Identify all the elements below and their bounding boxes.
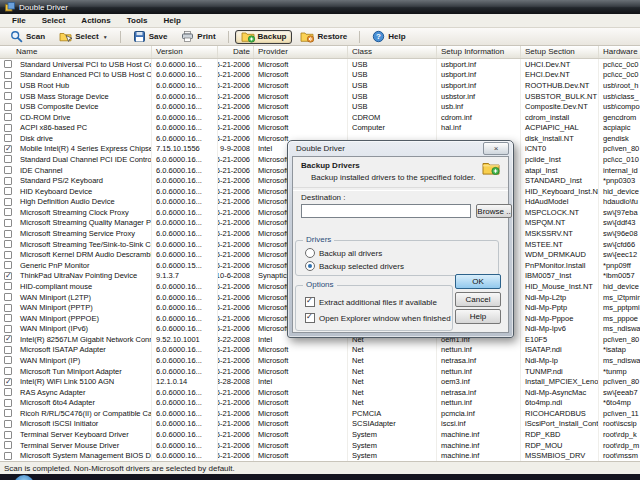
- row-checkbox[interactable]: [4, 293, 12, 301]
- cell-hardware: sw\{eeab7: [599, 387, 640, 398]
- column-header-version[interactable]: Version: [152, 46, 218, 58]
- row-checkbox[interactable]: [4, 103, 12, 111]
- row-checkbox[interactable]: [4, 431, 12, 439]
- menu-item-actions[interactable]: Actions: [75, 15, 116, 26]
- browse-button[interactable]: Browse ..: [476, 204, 512, 218]
- cell-hardware: gendisk: [599, 133, 640, 144]
- row-checkbox[interactable]: [4, 230, 12, 238]
- menu-item-tools[interactable]: Tools: [121, 15, 154, 26]
- table-row[interactable]: Terminal Server Keyboard Driver 6.0.6000…: [0, 429, 640, 440]
- row-checkbox[interactable]: [4, 378, 12, 386]
- print-button[interactable]: Print: [175, 30, 221, 44]
- row-checkbox[interactable]: [4, 113, 12, 121]
- column-header-provider[interactable]: Provider: [254, 46, 348, 58]
- table-row[interactable]: Standard Universal PCI to USB Host Contr…: [0, 59, 640, 70]
- row-checkbox[interactable]: [4, 145, 12, 153]
- row-checkbox[interactable]: [4, 81, 12, 89]
- drivers-group-label: Drivers: [303, 235, 334, 244]
- row-checkbox[interactable]: [4, 367, 12, 375]
- row-checkbox[interactable]: [4, 177, 12, 185]
- row-checkbox[interactable]: [4, 314, 12, 322]
- row-checkbox[interactable]: [4, 187, 12, 195]
- column-header-class[interactable]: Class: [348, 46, 437, 58]
- cell-setup-information: usbport.inf: [437, 59, 521, 70]
- row-checkbox[interactable]: [4, 208, 12, 216]
- table-row[interactable]: Microsoft iSCSI Initiator 6.0.6000.16...…: [0, 419, 640, 430]
- column-header-hardware[interactable]: Hardware: [599, 46, 640, 58]
- column-header-setup-information[interactable]: Setup Information: [437, 46, 521, 58]
- help-button[interactable]: ? Help: [366, 30, 411, 44]
- dialog-close-button[interactable]: ×: [483, 142, 509, 155]
- row-checkbox[interactable]: [4, 282, 12, 290]
- dialog-help-button[interactable]: Help: [455, 309, 501, 324]
- table-row[interactable]: WAN Miniport (IP) 6.0.6000.16... 6-21-20…: [0, 355, 640, 366]
- ok-button[interactable]: OK: [455, 274, 501, 289]
- row-checkbox[interactable]: [4, 325, 12, 333]
- row-checkbox[interactable]: [4, 346, 12, 354]
- table-row[interactable]: USB Mass Storage Device 6.0.6000.16... 6…: [0, 91, 640, 102]
- backup-button[interactable]: Backup: [235, 30, 293, 44]
- row-checkbox[interactable]: [4, 219, 12, 227]
- cell-name: Intel(R) WiFi Link 5100 AGN: [16, 376, 152, 387]
- table-row[interactable]: RAS Async Adapter 6.0.6000.16... 6-21-20…: [0, 387, 640, 398]
- row-checkbox[interactable]: [4, 452, 12, 460]
- column-header-setup-section[interactable]: Setup Section: [521, 46, 599, 58]
- row-checkbox[interactable]: [4, 441, 12, 449]
- radio-backup-selected-drivers[interactable]: Backup selected drivers: [305, 261, 404, 271]
- row-checkbox[interactable]: [4, 166, 12, 174]
- table-row[interactable]: Intel(R) WiFi Link 5100 AGN 12.1.0.14 8-…: [0, 376, 640, 387]
- start-orb[interactable]: [14, 475, 34, 480]
- table-row[interactable]: Ricoh R/RL/5C476(II) or Compatible CardB…: [0, 408, 640, 419]
- row-checkbox[interactable]: [4, 92, 12, 100]
- dialog-titlebar[interactable]: Double Driver ×: [288, 141, 513, 155]
- checkbox-extract-additional-files[interactable]: Extract additional files if available: [305, 297, 437, 307]
- table-row[interactable]: USB Root Hub 6.0.6000.16... 6-21-2006 Mi…: [0, 80, 640, 91]
- menu-item-help[interactable]: Help: [157, 15, 186, 26]
- row-checkbox[interactable]: [4, 240, 12, 248]
- row-checkbox[interactable]: [4, 335, 12, 343]
- cell-name: Microsoft System Management BIOS Driver: [16, 450, 152, 461]
- table-row[interactable]: Microsoft ISATAP Adapter 6.0.6000.16... …: [0, 345, 640, 356]
- row-checkbox[interactable]: [4, 155, 12, 163]
- row-checkbox[interactable]: [4, 388, 12, 396]
- cell-hardware: hid_device: [599, 186, 640, 197]
- column-header-name[interactable]: Name: [0, 46, 152, 58]
- row-checkbox[interactable]: [4, 251, 12, 259]
- titlebar[interactable]: Double Driver: [0, 0, 640, 14]
- scan-button[interactable]: Scan: [4, 30, 51, 44]
- destination-input[interactable]: [301, 204, 471, 218]
- row-checkbox[interactable]: [4, 420, 12, 428]
- row-checkbox[interactable]: [4, 198, 12, 206]
- cell-version: 6.0.6000.16...: [152, 419, 218, 430]
- restore-button[interactable]: Restore: [294, 30, 353, 44]
- table-row[interactable]: Microsoft 6to4 Adapter 6.0.6000.16... 6-…: [0, 398, 640, 409]
- row-checkbox[interactable]: [4, 124, 12, 132]
- table-row[interactable]: CD-ROM Drive 6.0.6000.16... 6-21-2006 Mi…: [0, 112, 640, 123]
- row-checkbox[interactable]: [4, 60, 12, 68]
- table-row[interactable]: Standard Enhanced PCI to USB Host Contro…: [0, 70, 640, 81]
- table-row[interactable]: USB Composite Device 6.0.6000.16... 6-21…: [0, 101, 640, 112]
- table-row[interactable]: Microsoft Tun Miniport Adapter 6.0.6000.…: [0, 366, 640, 377]
- row-checkbox[interactable]: [4, 304, 12, 312]
- select-button[interactable]: Select ▼: [53, 30, 114, 44]
- menu-item-file[interactable]: File: [6, 15, 32, 26]
- save-button[interactable]: Save: [127, 30, 174, 44]
- checkbox-open-explorer[interactable]: Open Explorer window when finished: [305, 313, 451, 323]
- cell-setup-section: RDP_MOU: [521, 440, 599, 451]
- row-checkbox[interactable]: [4, 272, 12, 280]
- row-checkbox[interactable]: [4, 261, 12, 269]
- row-checkbox[interactable]: [4, 399, 12, 407]
- cancel-button[interactable]: Cancel: [455, 292, 501, 307]
- table-row[interactable]: Terminal Server Mouse Driver 6.0.6000.16…: [0, 440, 640, 451]
- radio-backup-all-drivers[interactable]: Backup all drivers: [305, 248, 382, 258]
- row-checkbox[interactable]: [4, 71, 12, 79]
- table-row[interactable]: Microsoft System Management BIOS Driver …: [0, 450, 640, 461]
- row-checkbox[interactable]: [4, 356, 12, 364]
- menu-item-select[interactable]: Select: [36, 15, 72, 26]
- row-checkbox[interactable]: [4, 134, 12, 142]
- row-checkbox[interactable]: [4, 409, 12, 417]
- column-header-date[interactable]: Date: [218, 46, 254, 58]
- cell-setup-section: WDM_DRMKAUD: [521, 249, 599, 260]
- table-row[interactable]: ACPI x86-based PC 6.0.6000.16... 6-21-20…: [0, 122, 640, 133]
- cell-setup-information: oem3.inf: [437, 376, 521, 387]
